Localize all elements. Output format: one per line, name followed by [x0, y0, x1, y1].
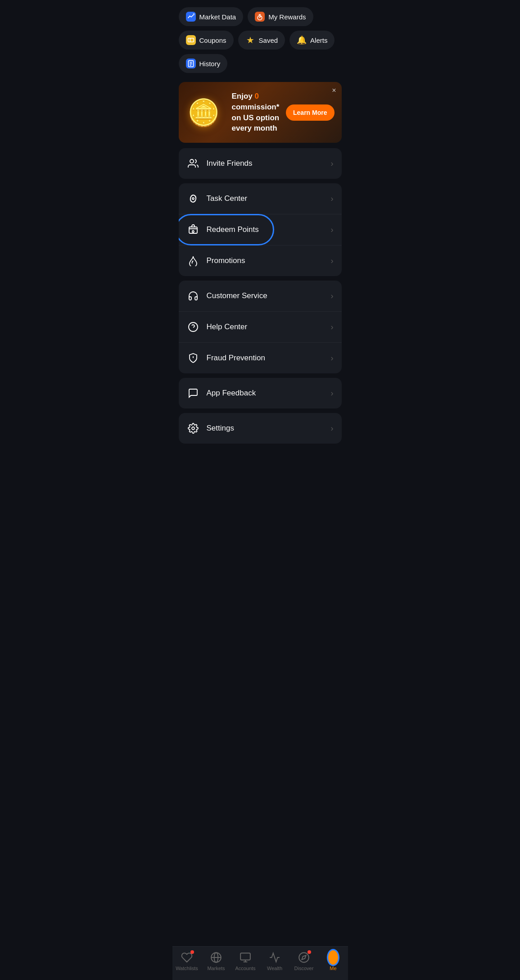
chip-saved[interactable]: ★ Saved [238, 31, 285, 50]
customer-service-icon [187, 290, 199, 302]
chip-market-data[interactable]: Market Data [179, 7, 244, 26]
invite-friends-chevron: › [331, 159, 334, 168]
invite-friends-icon [187, 157, 199, 170]
nav-accounts-label: Accounts [235, 966, 255, 971]
chip-my-rewards[interactable]: My Rewards [248, 7, 313, 26]
menu-section-settings: Settings › [179, 413, 342, 444]
promo-banner: 🪙 Enjoy 0 commission* on US option every… [179, 82, 342, 143]
promotions-label: Promotions [207, 256, 324, 265]
menu-section-invite: Invite Friends › [179, 148, 342, 179]
market-data-icon [186, 12, 196, 22]
saved-icon: ★ [245, 35, 255, 45]
nav-watchlists-label: Watchlists [176, 966, 198, 971]
task-center-chevron: › [331, 194, 334, 204]
nav-me-label: Me [330, 966, 336, 971]
invite-friends-label: Invite Friends [207, 159, 324, 168]
nav-discover-label: Discover [294, 966, 314, 971]
markets-icon [210, 951, 222, 964]
chip-my-rewards-label: My Rewards [268, 13, 306, 21]
customer-service-label: Customer Service [207, 291, 324, 300]
help-center-chevron: › [331, 322, 334, 332]
menu-item-settings[interactable]: Settings › [179, 413, 342, 444]
nav-wealth-label: Wealth [267, 966, 282, 971]
menu-item-invite-friends[interactable]: Invite Friends › [179, 148, 342, 179]
svg-point-24 [299, 953, 309, 962]
svg-point-7 [190, 159, 194, 163]
svg-point-26 [331, 954, 335, 957]
nav-wealth[interactable]: Wealth [260, 951, 289, 971]
svg-point-10 [192, 198, 194, 200]
app-feedback-chevron: › [331, 389, 334, 398]
promotions-chevron: › [331, 256, 334, 266]
help-center-label: Help Center [207, 322, 324, 331]
wealth-icon [268, 951, 281, 964]
settings-label: Settings [207, 424, 324, 433]
menu-section-feedback: App Feedback › [179, 378, 342, 408]
task-center-icon [187, 192, 199, 205]
svg-point-13 [189, 322, 198, 331]
learn-more-button[interactable]: Learn More [286, 104, 334, 121]
svg-marker-25 [302, 955, 306, 959]
nav-watchlists[interactable]: Watchlists [172, 951, 202, 971]
bottom-navigation: Watchlists Markets Accounts Weal [172, 946, 348, 980]
me-avatar [327, 949, 339, 966]
accounts-icon [239, 951, 252, 964]
menu-item-customer-service[interactable]: Customer Service › [179, 281, 342, 312]
svg-point-17 [192, 427, 194, 430]
promotions-icon [187, 254, 199, 267]
menu-item-help-center[interactable]: Help Center › [179, 312, 342, 343]
coupons-icon [186, 35, 196, 45]
chip-coupons-label: Coupons [199, 36, 226, 44]
menu-section-support: Customer Service › Help Center › [179, 281, 342, 373]
menu-item-fraud-prevention[interactable]: Fraud Prevention › [179, 343, 342, 373]
chip-alerts-label: Alerts [310, 36, 327, 44]
svg-rect-21 [240, 953, 250, 960]
redeem-points-chevron: › [331, 225, 334, 235]
discover-notification-dot [307, 950, 311, 954]
me-icon [327, 951, 339, 964]
chip-saved-label: Saved [259, 36, 278, 44]
task-center-label: Task Center [207, 194, 324, 203]
settings-chevron: › [331, 424, 334, 433]
nav-me[interactable]: Me [319, 951, 348, 971]
redeem-points-icon [187, 223, 199, 236]
discover-icon [298, 951, 310, 964]
chip-coupons[interactable]: Coupons [179, 31, 234, 50]
menu-item-app-feedback[interactable]: App Feedback › [179, 378, 342, 408]
nav-discover[interactable]: Discover [289, 951, 319, 971]
redeem-points-label: Redeem Points [207, 225, 324, 234]
svg-point-12 [192, 231, 194, 232]
svg-rect-1 [188, 38, 194, 42]
banner-main-text: Enjoy 0 commission* on US option every m… [232, 91, 281, 134]
chip-history[interactable]: History [179, 54, 228, 73]
fraud-prevention-label: Fraud Prevention [207, 354, 324, 363]
banner-close-button[interactable]: × [332, 86, 336, 95]
chip-bar: Market Data My Rewards Coupons ★ [172, 0, 348, 77]
customer-service-chevron: › [331, 291, 334, 301]
fraud-prevention-chevron: › [331, 354, 334, 363]
nav-markets[interactable]: Markets [202, 951, 231, 971]
banner-decoration: 🪙 [179, 82, 228, 143]
chip-alerts[interactable]: 🔔 Alerts [289, 31, 335, 50]
banner-text: Enjoy 0 commission* on US option every m… [232, 91, 281, 134]
history-icon [186, 59, 196, 68]
menu-item-promotions[interactable]: Promotions › [179, 245, 342, 276]
nav-markets-label: Markets [207, 966, 225, 971]
app-feedback-icon [187, 387, 199, 399]
alerts-icon: 🔔 [297, 35, 307, 45]
watchlists-icon [181, 951, 193, 964]
menu-section-rewards: Task Center › Redeem Points › [179, 183, 342, 276]
nav-accounts[interactable]: Accounts [231, 951, 260, 971]
menu-item-task-center[interactable]: Task Center › [179, 183, 342, 214]
help-center-icon [187, 321, 199, 333]
svg-point-9 [189, 194, 197, 203]
chip-market-data-label: Market Data [199, 13, 236, 21]
settings-icon [187, 422, 199, 435]
app-feedback-label: App Feedback [207, 389, 324, 398]
fraud-prevention-icon [187, 352, 199, 364]
chip-history-label: History [199, 60, 221, 68]
my-rewards-icon [255, 12, 265, 22]
menu-item-redeem-points[interactable]: Redeem Points › [179, 214, 342, 245]
